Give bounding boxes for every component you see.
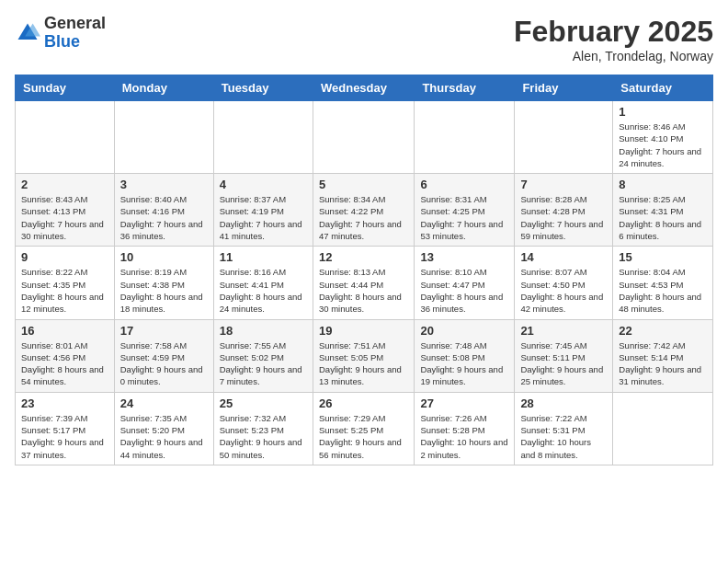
day-number: 16 [21,324,108,338]
day-info: Sunrise: 7:26 AM Sunset: 5:28 PM Dayligh… [420,412,508,461]
table-row: 14Sunrise: 8:07 AM Sunset: 4:50 PM Dayli… [515,247,613,319]
header-sunday: Sunday [16,75,115,101]
table-row: 15Sunrise: 8:04 AM Sunset: 4:53 PM Dayli… [613,247,713,319]
day-number: 8 [619,178,707,191]
day-number: 22 [619,324,707,338]
day-info: Sunrise: 7:32 AM Sunset: 5:23 PM Dayligh… [220,412,307,461]
table-row [515,101,613,174]
table-row: 9Sunrise: 8:22 AM Sunset: 4:35 PM Daylig… [16,247,115,319]
day-info: Sunrise: 8:22 AM Sunset: 4:35 PM Dayligh… [21,266,108,315]
day-info: Sunrise: 8:25 AM Sunset: 4:31 PM Dayligh… [619,193,707,242]
day-info: Sunrise: 7:48 AM Sunset: 5:08 PM Dayligh… [420,339,508,388]
day-info: Sunrise: 8:43 AM Sunset: 4:13 PM Dayligh… [21,193,108,242]
day-number: 4 [220,178,307,191]
title-block: February 2025 Alen, Trondelag, Norway [514,15,713,63]
day-info: Sunrise: 8:16 AM Sunset: 4:41 PM Dayligh… [220,266,307,315]
day-number: 24 [120,396,208,410]
table-row: 24Sunrise: 7:35 AM Sunset: 5:20 PM Dayli… [114,392,213,465]
table-row: 7Sunrise: 8:28 AM Sunset: 4:28 PM Daylig… [515,174,613,247]
day-number: 26 [319,396,408,410]
header-saturday: Saturday [613,75,713,101]
day-info: Sunrise: 8:37 AM Sunset: 4:19 PM Dayligh… [220,193,307,242]
day-number: 11 [220,250,307,264]
table-row: 28Sunrise: 7:22 AM Sunset: 5:31 PM Dayli… [515,392,613,465]
day-info: Sunrise: 7:55 AM Sunset: 5:02 PM Dayligh… [220,339,307,388]
header-tuesday: Tuesday [213,75,313,101]
day-number: 1 [619,105,707,119]
day-info: Sunrise: 7:39 AM Sunset: 5:17 PM Dayligh… [21,412,108,461]
day-info: Sunrise: 7:35 AM Sunset: 5:20 PM Dayligh… [120,412,208,461]
week-row-2: 2Sunrise: 8:43 AM Sunset: 4:13 PM Daylig… [16,174,713,247]
table-row [313,101,414,174]
table-row: 16Sunrise: 8:01 AM Sunset: 4:56 PM Dayli… [16,319,115,392]
table-row [213,101,313,174]
table-row: 17Sunrise: 7:58 AM Sunset: 4:59 PM Dayli… [114,319,213,392]
table-row: 2Sunrise: 8:43 AM Sunset: 4:13 PM Daylig… [16,174,115,247]
logo-general-text: General [44,15,106,33]
day-info: Sunrise: 7:45 AM Sunset: 5:11 PM Dayligh… [520,339,607,388]
day-number: 19 [319,324,408,338]
logo: General Blue [15,15,106,52]
day-number: 14 [520,250,607,264]
month-title: February 2025 [514,15,713,49]
table-row: 26Sunrise: 7:29 AM Sunset: 5:25 PM Dayli… [313,392,414,465]
header-friday: Friday [515,75,613,101]
week-row-5: 23Sunrise: 7:39 AM Sunset: 5:17 PM Dayli… [16,392,713,465]
day-number: 17 [120,324,208,338]
table-row: 18Sunrise: 7:55 AM Sunset: 5:02 PM Dayli… [213,319,313,392]
day-info: Sunrise: 8:28 AM Sunset: 4:28 PM Dayligh… [520,193,607,242]
day-info: Sunrise: 7:58 AM Sunset: 4:59 PM Dayligh… [120,339,208,388]
day-number: 18 [220,324,307,338]
table-row: 25Sunrise: 7:32 AM Sunset: 5:23 PM Dayli… [213,392,313,465]
table-row: 22Sunrise: 7:42 AM Sunset: 5:14 PM Dayli… [613,319,713,392]
day-number: 12 [319,250,408,264]
day-number: 20 [420,324,508,338]
day-number: 2 [21,178,108,191]
table-row: 6Sunrise: 8:31 AM Sunset: 4:25 PM Daylig… [415,174,515,247]
day-number: 10 [120,250,208,264]
table-row: 13Sunrise: 8:10 AM Sunset: 4:47 PM Dayli… [415,247,515,319]
day-number: 13 [420,250,508,264]
day-info: Sunrise: 7:29 AM Sunset: 5:25 PM Dayligh… [319,412,408,461]
day-info: Sunrise: 8:13 AM Sunset: 4:44 PM Dayligh… [319,266,408,315]
day-info: Sunrise: 8:07 AM Sunset: 4:50 PM Dayligh… [520,266,607,315]
logo-icon [15,20,40,46]
day-number: 27 [420,396,508,410]
day-number: 28 [520,396,607,410]
table-row: 1Sunrise: 8:46 AM Sunset: 4:10 PM Daylig… [613,101,713,174]
day-number: 3 [120,178,208,191]
day-info: Sunrise: 7:51 AM Sunset: 5:05 PM Dayligh… [319,339,408,388]
day-number: 15 [619,250,707,264]
table-row: 27Sunrise: 7:26 AM Sunset: 5:28 PM Dayli… [415,392,515,465]
calendar-table: Sunday Monday Tuesday Wednesday Thursday… [15,75,713,465]
location-subtitle: Alen, Trondelag, Norway [514,49,713,63]
header-thursday: Thursday [415,75,515,101]
logo-blue-text: Blue [44,33,106,52]
table-row: 10Sunrise: 8:19 AM Sunset: 4:38 PM Dayli… [114,247,213,319]
day-info: Sunrise: 8:01 AM Sunset: 4:56 PM Dayligh… [21,339,108,388]
day-number: 25 [220,396,307,410]
table-row: 20Sunrise: 7:48 AM Sunset: 5:08 PM Dayli… [415,319,515,392]
day-info: Sunrise: 8:40 AM Sunset: 4:16 PM Dayligh… [120,193,208,242]
week-row-1: 1Sunrise: 8:46 AM Sunset: 4:10 PM Daylig… [16,101,713,174]
day-number: 7 [520,178,607,191]
day-info: Sunrise: 8:04 AM Sunset: 4:53 PM Dayligh… [619,266,707,315]
weekday-header-row: Sunday Monday Tuesday Wednesday Thursday… [16,75,713,101]
day-number: 5 [319,178,408,191]
table-row: 8Sunrise: 8:25 AM Sunset: 4:31 PM Daylig… [613,174,713,247]
day-info: Sunrise: 8:34 AM Sunset: 4:22 PM Dayligh… [319,193,408,242]
day-number: 6 [420,178,508,191]
table-row: 12Sunrise: 8:13 AM Sunset: 4:44 PM Dayli… [313,247,414,319]
table-row [16,101,115,174]
day-info: Sunrise: 8:10 AM Sunset: 4:47 PM Dayligh… [420,266,508,315]
page-header: General Blue February 2025 Alen, Trondel… [15,15,713,63]
table-row: 23Sunrise: 7:39 AM Sunset: 5:17 PM Dayli… [16,392,115,465]
day-number: 9 [21,250,108,264]
table-row [613,392,713,465]
day-number: 21 [520,324,607,338]
week-row-3: 9Sunrise: 8:22 AM Sunset: 4:35 PM Daylig… [16,247,713,319]
day-info: Sunrise: 7:42 AM Sunset: 5:14 PM Dayligh… [619,339,707,388]
header-wednesday: Wednesday [313,75,414,101]
day-info: Sunrise: 8:46 AM Sunset: 4:10 PM Dayligh… [619,121,707,169]
day-info: Sunrise: 8:19 AM Sunset: 4:38 PM Dayligh… [120,266,208,315]
